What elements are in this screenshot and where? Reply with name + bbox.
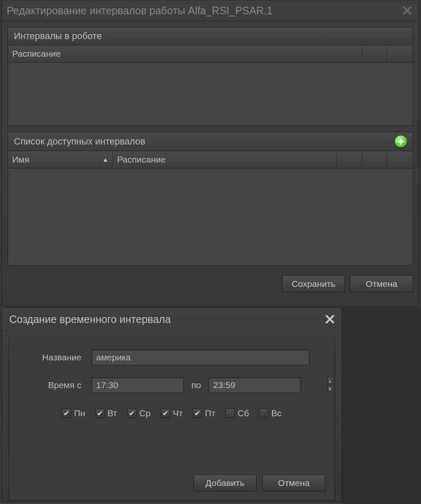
day-label: Сб xyxy=(238,408,249,418)
checkbox-icon[interactable]: ✔ xyxy=(62,409,71,418)
cancel-button[interactable]: Отмена xyxy=(262,475,325,491)
column-action-2[interactable] xyxy=(362,151,387,168)
column-schedule[interactable]: Расписание xyxy=(113,151,337,168)
create-interval-form: Название Время с ▲ ▼ по ▲ ▼ ✔Пн✔Вт✔Ср✔ xyxy=(8,337,335,500)
backdrop-area xyxy=(342,308,421,504)
spin-up-icon[interactable]: ▲ xyxy=(328,378,332,386)
name-input[interactable] xyxy=(92,349,310,365)
day-checkbox-3[interactable]: ✔Чт xyxy=(161,408,183,418)
column-action-3[interactable] xyxy=(387,151,413,168)
robot-intervals-header: Интервалы в роботе xyxy=(8,27,413,45)
name-row: Название xyxy=(18,349,325,365)
column-name[interactable]: Имя ▲ xyxy=(8,151,113,168)
sort-asc-icon: ▲ xyxy=(102,156,108,163)
close-icon[interactable] xyxy=(323,312,337,326)
available-intervals-table-head: Имя ▲ Расписание xyxy=(8,151,413,168)
column-schedule[interactable]: Расписание xyxy=(8,45,362,62)
checkbox-icon[interactable]: ✔ xyxy=(127,409,136,418)
robot-intervals-table-body xyxy=(8,63,413,126)
close-icon[interactable] xyxy=(400,4,414,17)
window-title: Редактирование интервалов работы Alfa_RS… xyxy=(7,5,272,17)
window2-title: Создание временного интервала xyxy=(9,313,171,326)
day-checkbox-5[interactable]: Сб xyxy=(225,408,249,418)
time-row: Время с ▲ ▼ по ▲ ▼ xyxy=(18,377,325,393)
day-label: Вт xyxy=(107,408,117,418)
time-from-spinner[interactable]: ▲ ▼ xyxy=(92,377,184,393)
time-to-spin-buttons: ▲ ▼ xyxy=(327,378,332,393)
column-action-1[interactable] xyxy=(362,45,387,62)
time-to-label: по xyxy=(184,380,209,390)
day-label: Ср xyxy=(139,408,151,418)
section-title: Интервалы в роботе xyxy=(14,31,102,42)
day-checkbox-6[interactable]: Вс xyxy=(259,408,282,418)
day-checkbox-1[interactable]: ✔Вт xyxy=(95,408,117,418)
checkbox-icon[interactable]: ✔ xyxy=(193,409,202,418)
edit-intervals-window: Редактирование интервалов работы Alfa_RS… xyxy=(1,0,419,307)
create-interval-window: Создание временного интервала Название В… xyxy=(1,308,342,502)
checkbox-icon[interactable] xyxy=(225,409,235,418)
available-intervals-table-body xyxy=(8,168,413,265)
column-action-1[interactable] xyxy=(337,151,362,168)
cancel-button[interactable]: Отмена xyxy=(350,276,413,292)
spin-down-icon[interactable]: ▼ xyxy=(328,386,332,393)
day-checkbox-2[interactable]: ✔Ср xyxy=(127,408,151,418)
available-intervals-header: Список доступных интервалов xyxy=(8,132,413,151)
weekdays-row: ✔Пн✔Вт✔Ср✔Чт✔ПтСбВс xyxy=(18,408,325,418)
day-label: Пт xyxy=(205,408,215,418)
column-action-2[interactable] xyxy=(387,45,413,62)
save-button[interactable]: Сохранить xyxy=(282,276,345,292)
time-from-label: Время с xyxy=(18,380,92,390)
robot-intervals-table-head: Расписание xyxy=(8,45,413,63)
checkbox-icon[interactable]: ✔ xyxy=(95,409,105,418)
time-to-spinner[interactable]: ▲ ▼ xyxy=(209,377,301,393)
day-checkbox-4[interactable]: ✔Пт xyxy=(193,408,215,418)
day-label: Вс xyxy=(271,408,282,418)
day-label: Чт xyxy=(173,408,183,418)
window-titlebar: Редактирование интервалов работы Alfa_RS… xyxy=(2,0,419,21)
window2-titlebar: Создание временного интервала xyxy=(2,308,342,331)
window2-button-row: Добавить Отмена xyxy=(194,475,325,491)
available-intervals-panel: Список доступных интервалов Имя ▲ Распис… xyxy=(8,132,413,265)
day-checkbox-0[interactable]: ✔Пн xyxy=(62,408,85,418)
checkbox-icon[interactable]: ✔ xyxy=(161,409,170,418)
add-interval-icon[interactable] xyxy=(395,136,407,147)
name-label: Название xyxy=(18,352,92,362)
section-title: Список доступных интервалов xyxy=(14,136,145,147)
checkbox-icon[interactable] xyxy=(259,409,268,418)
time-to-input[interactable] xyxy=(209,378,327,393)
window1-button-row: Сохранить Отмена xyxy=(2,271,419,298)
add-button[interactable]: Добавить xyxy=(194,475,256,491)
day-label: Пн xyxy=(74,408,85,418)
robot-intervals-panel: Интервалы в роботе Расписание xyxy=(8,27,413,126)
